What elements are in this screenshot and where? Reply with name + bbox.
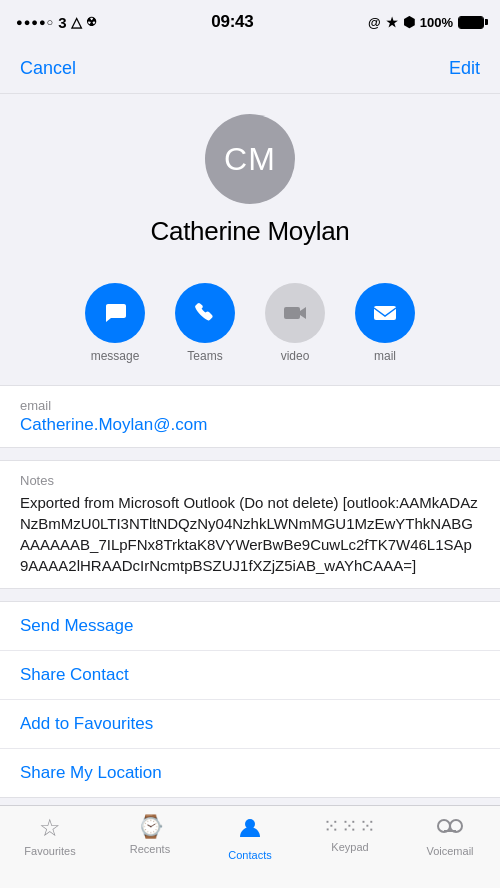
- mail-label: mail: [374, 349, 396, 363]
- mail-circle: [355, 283, 415, 343]
- teams-label: Teams: [187, 349, 222, 363]
- voicemail-label: Voicemail: [426, 845, 473, 857]
- action-video[interactable]: video: [265, 283, 325, 363]
- share-contact-label: Share Contact: [20, 665, 129, 684]
- keypad-icon: ⁙⁙⁙: [323, 814, 377, 838]
- teams-icon: [191, 299, 219, 327]
- email-left: Catherine.Moylan@: [20, 415, 171, 434]
- notes-text: Exported from Microsoft Outlook (Do not …: [20, 492, 480, 576]
- tab-contacts[interactable]: Contacts: [200, 814, 300, 861]
- battery-icon: [458, 16, 484, 29]
- svg-rect-5: [444, 830, 456, 832]
- video-icon: [281, 299, 309, 327]
- message-icon: [101, 299, 129, 327]
- edit-button[interactable]: Edit: [449, 58, 480, 79]
- clock: 09:43: [211, 12, 253, 32]
- share-location-label: Share My Location: [20, 763, 162, 782]
- keypad-label: Keypad: [331, 841, 368, 853]
- bluetooth-icon: ★: [386, 15, 398, 30]
- battery-label: 100%: [420, 15, 453, 30]
- voicemail-icon: [437, 814, 463, 842]
- status-bar: ●●●●○ 3 △ ☢ 09:43 @ ★ ⬢ 100%: [0, 0, 500, 44]
- tab-voicemail[interactable]: Voicemail: [400, 814, 500, 857]
- contacts-icon: [237, 814, 263, 846]
- status-left: ●●●●○ 3 △ ☢: [16, 14, 97, 31]
- share-location-row[interactable]: Share My Location: [0, 749, 500, 797]
- tab-favourites[interactable]: ☆ Favourites: [0, 814, 100, 857]
- teams-circle: [175, 283, 235, 343]
- cancel-button[interactable]: Cancel: [20, 58, 76, 79]
- add-favourites-row[interactable]: Add to Favourites: [0, 700, 500, 749]
- location-icon: @: [368, 15, 381, 30]
- recents-label: Recents: [130, 843, 170, 855]
- extra-icon: ☢: [86, 15, 97, 29]
- favourites-icon: ☆: [39, 814, 61, 842]
- tab-recents[interactable]: ⌚ Recents: [100, 814, 200, 855]
- mail-icon: [371, 299, 399, 327]
- message-label: message: [91, 349, 140, 363]
- email-right: .com: [171, 415, 208, 434]
- svg-rect-1: [374, 306, 396, 320]
- notes-label: Notes: [20, 473, 480, 488]
- favourites-label: Favourites: [24, 845, 75, 857]
- links-card: Send Message Share Contact Add to Favour…: [0, 601, 500, 798]
- contact-name: Catherine Moylan: [151, 216, 350, 247]
- action-message[interactable]: message: [85, 283, 145, 363]
- bluetooth2-icon: ⬢: [403, 14, 415, 30]
- notes-card: Notes Exported from Microsoft Outlook (D…: [0, 460, 500, 589]
- contacts-label: Contacts: [228, 849, 271, 861]
- main-content: CM Catherine Moylan message Teams: [0, 94, 500, 805]
- avatar: CM: [205, 114, 295, 204]
- share-contact-row[interactable]: Share Contact: [0, 651, 500, 700]
- status-right: @ ★ ⬢ 100%: [368, 14, 484, 30]
- message-circle: [85, 283, 145, 343]
- tab-bar: ☆ Favourites ⌚ Recents Contacts ⁙⁙⁙ Keyp…: [0, 805, 500, 888]
- add-favourites-label: Add to Favourites: [20, 714, 153, 733]
- tab-keypad[interactable]: ⁙⁙⁙ Keypad: [300, 814, 400, 853]
- email-row: email Catherine.Moylan@.com: [0, 386, 500, 447]
- carrier-label: 3: [58, 14, 66, 31]
- action-mail[interactable]: mail: [355, 283, 415, 363]
- wifi-icon: △: [71, 14, 82, 30]
- email-value: Catherine.Moylan@.com: [20, 415, 480, 435]
- svg-rect-0: [284, 307, 300, 319]
- signal-strength: ●●●●○: [16, 16, 54, 28]
- video-circle: [265, 283, 325, 343]
- actions-row: message Teams video: [0, 265, 500, 373]
- email-label: email: [20, 398, 480, 413]
- email-card: email Catherine.Moylan@.com: [0, 385, 500, 448]
- send-message-row[interactable]: Send Message: [0, 602, 500, 651]
- action-teams[interactable]: Teams: [175, 283, 235, 363]
- recents-icon: ⌚: [137, 814, 164, 840]
- video-label: video: [281, 349, 310, 363]
- contact-header: CM Catherine Moylan: [0, 94, 500, 265]
- nav-bar: Cancel Edit: [0, 44, 500, 94]
- send-message-label: Send Message: [20, 616, 133, 635]
